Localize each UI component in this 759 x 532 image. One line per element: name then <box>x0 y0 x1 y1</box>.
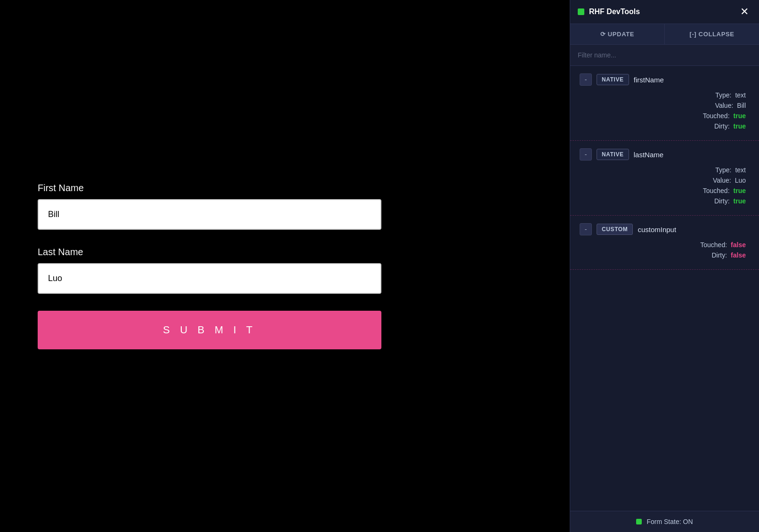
dirty-key-firstname: Dirty: <box>714 122 730 130</box>
field-name-firstname: firstName <box>634 76 664 84</box>
type-value-lastname: text <box>735 166 746 174</box>
touched-row-firstname: Touched: true <box>580 112 750 120</box>
devtools-panel: RHF DevTools ✕ ⟳ UPDATE [-] COLLAPSE - N… <box>570 0 759 532</box>
field-block-firstname: - NATIVE firstName Type: text Value: Bil… <box>570 66 759 141</box>
field-header-lastname: - NATIVE lastName <box>580 148 750 161</box>
last-name-input[interactable] <box>38 263 381 294</box>
form-container: First Name Last Name S U B M I T <box>38 183 381 349</box>
dirty-value-custominput: false <box>731 251 746 259</box>
footer-status-dot <box>636 519 642 524</box>
type-badge-native-lastname: NATIVE <box>597 149 629 160</box>
touched-value-lastname: true <box>734 187 746 194</box>
touched-key-custominput: Touched: <box>700 241 727 249</box>
touched-row-lastname: Touched: true <box>580 187 750 194</box>
type-row-lastname: Type: text <box>580 166 750 174</box>
form-state-text: Form State: ON <box>646 518 693 525</box>
devtools-body: - NATIVE firstName Type: text Value: Bil… <box>570 66 759 511</box>
update-button[interactable]: ⟳ UPDATE <box>570 24 665 44</box>
touched-value-firstname: true <box>734 112 746 120</box>
value-row-lastname: Value: Luo <box>580 177 750 184</box>
value-key-firstname: Value: <box>715 102 734 109</box>
value-key-lastname: Value: <box>713 177 731 184</box>
type-key-firstname: Type: <box>715 91 731 99</box>
type-value-firstname: text <box>735 91 746 99</box>
devtools-toolbar: ⟳ UPDATE [-] COLLAPSE <box>570 24 759 45</box>
field-block-custominput: - CUSTOM customInput Touched: false Dirt… <box>570 216 759 270</box>
type-row-firstname: Type: text <box>580 91 750 99</box>
dirty-value-lastname: true <box>734 197 746 205</box>
value-value-firstname: Bill <box>737 102 746 109</box>
dirty-row-firstname: Dirty: true <box>580 122 750 130</box>
close-button[interactable]: ✕ <box>737 6 751 18</box>
field-header-firstname: - NATIVE firstName <box>580 73 750 86</box>
dirty-value-firstname: true <box>734 122 746 130</box>
touched-value-custominput: false <box>731 241 746 249</box>
submit-button[interactable]: S U B M I T <box>38 311 381 349</box>
type-badge-custom-custominput: CUSTOM <box>597 224 633 235</box>
devtools-title: RHF DevTools <box>578 8 640 16</box>
dirty-row-custominput: Dirty: false <box>580 251 750 259</box>
field-name-custominput: customInput <box>638 226 676 234</box>
value-value-lastname: Luo <box>735 177 746 184</box>
field-name-lastname: lastName <box>634 151 663 159</box>
field-header-custominput: - CUSTOM customInput <box>580 223 750 235</box>
collapse-button[interactable]: [-] COLLAPSE <box>665 24 759 44</box>
collapse-lastname-button[interactable]: - <box>580 148 592 161</box>
dirty-key-lastname: Dirty: <box>714 197 730 205</box>
field-block-lastname: - NATIVE lastName Type: text Value: Luo … <box>570 141 759 216</box>
collapse-custominput-button[interactable]: - <box>580 223 592 235</box>
left-panel: First Name Last Name S U B M I T <box>0 0 570 532</box>
touched-key-lastname: Touched: <box>703 187 730 194</box>
first-name-input[interactable] <box>38 199 381 230</box>
devtools-header: RHF DevTools ✕ <box>570 0 759 24</box>
collapse-firstname-button[interactable]: - <box>580 73 592 86</box>
type-badge-native-firstname: NATIVE <box>597 74 629 85</box>
value-row-firstname: Value: Bill <box>580 102 750 109</box>
filter-input[interactable] <box>570 45 759 66</box>
touched-key-firstname: Touched: <box>703 112 730 120</box>
dirty-key-custominput: Dirty: <box>711 251 727 259</box>
devtools-footer: Form State: ON <box>570 511 759 532</box>
touched-row-custominput: Touched: false <box>580 241 750 249</box>
devtools-title-text: RHF DevTools <box>589 8 640 16</box>
dirty-row-lastname: Dirty: true <box>580 197 750 205</box>
status-dot <box>578 8 584 15</box>
first-name-label: First Name <box>38 183 381 193</box>
last-name-label: Last Name <box>38 247 381 258</box>
type-key-lastname: Type: <box>715 166 731 174</box>
